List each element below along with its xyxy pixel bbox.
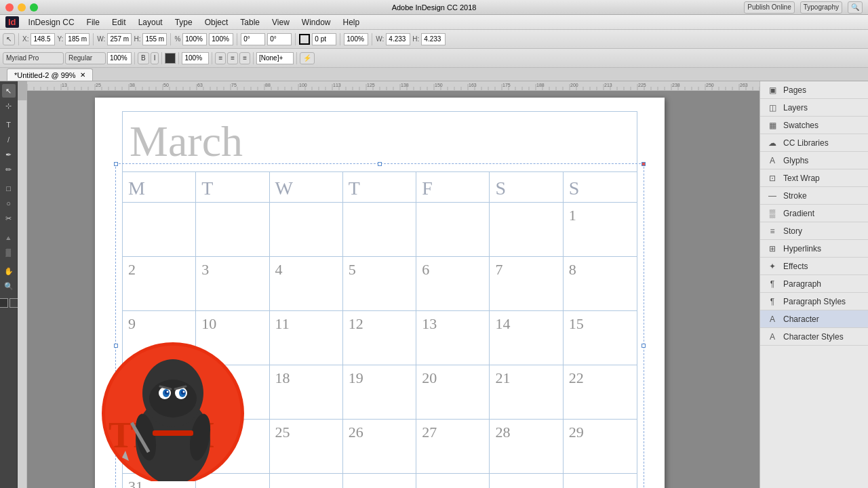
day-cell-w6-3 (343, 474, 416, 488)
menu-window[interactable]: Window (296, 16, 336, 28)
day-cell-28: 28 (490, 420, 563, 473)
menu-layout[interactable]: Layout (133, 16, 168, 28)
align-center-button[interactable]: ≡ (227, 52, 238, 64)
scale-x-input[interactable] (182, 33, 207, 45)
line-tool[interactable]: / (2, 133, 16, 146)
character-styles-label: Character Styles (783, 332, 844, 342)
panel-layers[interactable]: ◫ Layers (760, 99, 868, 117)
font-size-input[interactable] (107, 52, 132, 64)
fill-color-swatch[interactable] (165, 53, 176, 64)
day-cell-23-empty (123, 420, 196, 473)
font-style[interactable]: Regular (65, 52, 106, 64)
font-name[interactable]: Myriad Pro (3, 52, 64, 64)
day-header-3: T (343, 172, 416, 202)
panel-stroke[interactable]: — Stroke (760, 187, 868, 205)
angle2-input[interactable] (267, 33, 292, 45)
calendar-grid[interactable]: M T W T F S S (122, 172, 637, 488)
day-cell-2: 2 (123, 257, 196, 310)
align-right-button[interactable]: ≡ (239, 52, 250, 64)
sep-t2-4 (212, 52, 212, 64)
x-input[interactable] (31, 33, 55, 45)
opacity2-input[interactable] (182, 52, 209, 64)
italic-button[interactable]: I (151, 52, 159, 64)
minimize-button[interactable] (18, 3, 26, 12)
day-cell-w1-2 (270, 203, 343, 256)
canvas-content[interactable]: March M T W T F S (27, 91, 760, 488)
h-input[interactable] (142, 33, 167, 45)
h2-input[interactable] (421, 33, 446, 45)
h-label: H: (134, 35, 140, 43)
panel-glyphs[interactable]: A Glyphs (760, 152, 868, 169)
maximize-button[interactable] (30, 3, 38, 12)
x-label: X: (22, 35, 28, 43)
pen-tool[interactable]: ✒ (2, 148, 16, 161)
opacity-input[interactable] (344, 33, 368, 45)
publish-online-button[interactable]: Publish Online (744, 1, 794, 14)
menu-indesign[interactable]: InDesign CC (23, 16, 80, 28)
day-cell-5: 5 (343, 257, 416, 310)
tracking-input[interactable] (256, 52, 294, 64)
ellipse-tool[interactable]: ○ (2, 197, 16, 210)
svg-text:263: 263 (740, 83, 748, 87)
panel-paragraph[interactable]: ¶ Paragraph (760, 275, 868, 293)
stroke-color-swatch[interactable] (299, 34, 310, 45)
angle1-input[interactable] (241, 33, 265, 45)
day-header-4: F (416, 172, 490, 202)
search-button[interactable]: 🔍 (848, 1, 863, 14)
panel-gradient[interactable]: ▒ Gradient (760, 205, 868, 222)
svg-text:188: 188 (536, 83, 545, 87)
panel-effects[interactable]: ✦ Effects (760, 258, 868, 275)
menu-help[interactable]: Help (338, 16, 366, 28)
day-cell-13: 13 (416, 311, 490, 365)
panel-paragraph-styles[interactable]: ¶ Paragraph Styles (760, 293, 868, 310)
toolbar-2: Myriad Pro Regular B I ≡ ≡ ≡ ⚡ (0, 49, 868, 68)
type-tool[interactable]: T (2, 118, 16, 131)
zoom-tool[interactable]: 🔍 (2, 279, 16, 293)
pencil-tool[interactable]: ✏ (2, 163, 16, 176)
scale-y-input[interactable] (209, 33, 233, 45)
svg-text:113: 113 (333, 83, 341, 87)
panel-character-styles[interactable]: A Character Styles (760, 328, 868, 346)
menu-file[interactable]: File (81, 16, 105, 28)
selection-tool[interactable]: ↖ (2, 84, 16, 98)
panel-text-wrap[interactable]: ⊡ Text Wrap (760, 169, 868, 187)
panel-cc-libraries[interactable]: ☁ CC Libraries (760, 134, 868, 152)
menu-type[interactable]: Type (170, 16, 198, 28)
tab-close[interactable]: ✕ (80, 71, 85, 79)
svg-text:238: 238 (672, 83, 680, 87)
day-cell-w6-6 (564, 474, 637, 488)
month-title[interactable]: March (122, 111, 637, 172)
scale-label: % (174, 35, 180, 43)
hand-tool[interactable]: ✋ (2, 264, 16, 278)
pages-icon: ▣ (767, 85, 778, 96)
free-transform-tool[interactable]: ⟁ (2, 230, 16, 244)
menu-view[interactable]: View (267, 16, 295, 28)
menu-table[interactable]: Table (235, 16, 265, 28)
hyperlinks-label: Hyperlinks (783, 244, 821, 253)
w-input[interactable] (107, 33, 132, 45)
panel-story[interactable]: ≡ Story (760, 222, 868, 240)
rectangle-tool[interactable]: □ (2, 182, 16, 195)
direct-selection-tool[interactable]: ⊹ (2, 99, 16, 113)
bold-button[interactable]: B (138, 52, 149, 64)
panel-pages[interactable]: ▣ Pages (760, 81, 868, 99)
gradient-tool[interactable]: ▒ (2, 245, 16, 259)
canvas-area: 1325385063758810011312513815016317518820… (18, 81, 760, 488)
panel-hyperlinks[interactable]: ⊞ Hyperlinks (760, 240, 868, 258)
menu-edit[interactable]: Edit (106, 16, 132, 28)
align-left-button[interactable]: ≡ (215, 52, 226, 64)
document-tab[interactable]: *Untitled-2 @ 99% ✕ (7, 68, 93, 81)
menu-object[interactable]: Object (199, 16, 234, 28)
app-logo: Id (5, 16, 19, 28)
svg-text:100: 100 (299, 83, 307, 87)
w2-input[interactable] (386, 33, 410, 45)
workspace-dropdown[interactable]: Typography (800, 1, 842, 14)
stroke-width-input[interactable] (312, 33, 336, 45)
close-button[interactable] (5, 3, 14, 12)
calendar-week-6: 31 (123, 474, 637, 488)
panel-swatches[interactable]: ▦ Swatches (760, 117, 868, 134)
scissors-tool[interactable]: ✂ (2, 211, 16, 225)
fill-swatch-tool[interactable] (0, 298, 8, 308)
y-input[interactable] (65, 33, 90, 45)
panel-character[interactable]: A Character (760, 310, 868, 328)
